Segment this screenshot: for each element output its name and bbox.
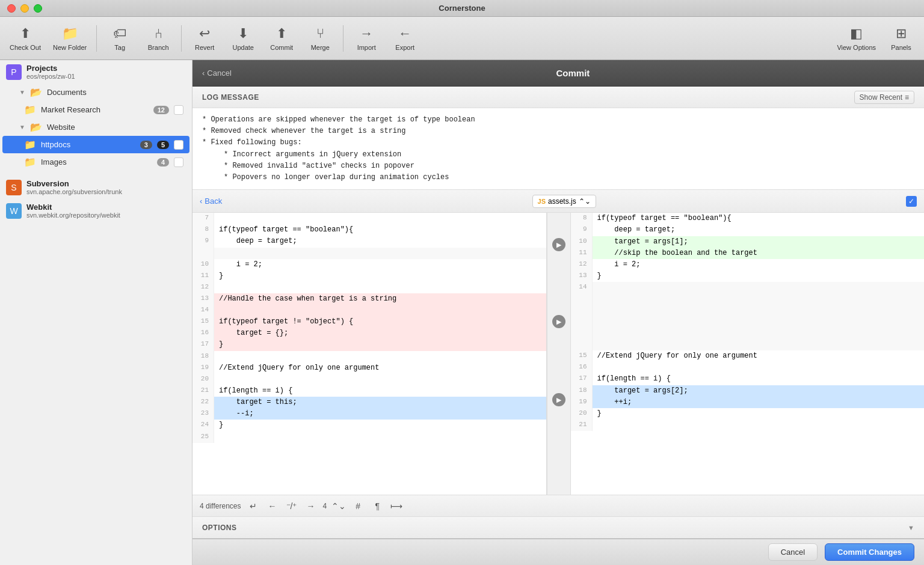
toolbar-sep-1 bbox=[96, 25, 97, 52]
log-line-1: * Operations are skipped whenever the ta… bbox=[202, 114, 914, 126]
cancel-button[interactable]: Cancel bbox=[768, 543, 818, 561]
show-recent-button[interactable]: Show Recent ≡ bbox=[854, 91, 914, 104]
checkout-icon: ⬆ bbox=[20, 26, 31, 41]
diff-line: 12 i = 2; bbox=[571, 259, 925, 270]
revert-button[interactable]: ↩ Revert bbox=[186, 20, 223, 56]
back-chevron-icon: ‹ bbox=[200, 197, 202, 206]
commit-button[interactable]: ⬆ Commit bbox=[263, 20, 300, 56]
panels-button[interactable]: ⊞ Panels bbox=[883, 20, 919, 56]
branch-icon: ⑃ bbox=[155, 26, 162, 41]
branch-button[interactable]: ⑃ Branch bbox=[140, 20, 176, 56]
hash-btn[interactable]: # bbox=[351, 499, 365, 513]
log-message-content[interactable]: * Operations are skipped whenever the ta… bbox=[192, 108, 924, 189]
panels-icon: ⊞ bbox=[896, 26, 907, 41]
diff-line bbox=[571, 328, 925, 339]
expand-icon: ▼ bbox=[19, 124, 25, 130]
folder-icon: 📂 bbox=[30, 121, 42, 133]
sidebar-group-projects[interactable]: P Projects eos/repos/zw-01 bbox=[0, 60, 192, 84]
diff-line: 8if(typeof target == "boolean"){ bbox=[571, 213, 925, 224]
fullscreen-button[interactable] bbox=[34, 4, 42, 13]
log-line-6: * Popovers no longer overlap during anim… bbox=[202, 172, 914, 183]
diff-line: 9 deep = target; bbox=[192, 236, 546, 247]
projects-title: Projects bbox=[26, 64, 186, 73]
new-folder-button[interactable]: 📁 New Folder bbox=[48, 20, 91, 56]
market-research-checkbox[interactable] bbox=[174, 105, 183, 115]
diff-arrow-3[interactable]: ▶ bbox=[552, 393, 565, 406]
wrap-btn[interactable]: ↵ bbox=[246, 499, 260, 513]
import-label: Import bbox=[357, 44, 376, 51]
images-badge: 4 bbox=[157, 158, 169, 166]
sidebar-item-website[interactable]: ▼ 📂 Website bbox=[2, 118, 189, 136]
page-up-btn[interactable]: ⌃⌄ bbox=[331, 499, 346, 513]
diff-line: 19 ++i; bbox=[571, 397, 925, 408]
diff-line: 10 i = 2; bbox=[192, 259, 546, 270]
images-checkbox[interactable] bbox=[174, 157, 183, 167]
split-btn[interactable]: ⁻/⁺ bbox=[285, 499, 299, 513]
log-message-section: LOG MESSAGE Show Recent ≡ * Operations a… bbox=[192, 87, 924, 190]
back-button[interactable]: ‹ Back bbox=[200, 197, 222, 206]
file-selector[interactable]: JS assets.js ⌃⌄ bbox=[532, 195, 596, 208]
subversion-icon: S bbox=[6, 180, 22, 195]
checkout-button[interactable]: ⬆ Check Out bbox=[5, 20, 46, 56]
options-header[interactable]: OPTIONS ▼ bbox=[192, 517, 924, 539]
content-panel: ‹ Cancel Commit LOG MESSAGE Show Recent … bbox=[192, 60, 924, 565]
revert-label: Revert bbox=[195, 44, 214, 51]
market-research-badge: 12 bbox=[153, 106, 169, 114]
subversion-title: Subversion bbox=[26, 179, 186, 188]
panels-label: Panels bbox=[891, 44, 911, 51]
cancel-nav-button[interactable]: ‹ Cancel bbox=[202, 69, 232, 78]
diff-arrow-2[interactable]: ▶ bbox=[552, 315, 565, 328]
commit-changes-button[interactable]: Commit Changes bbox=[825, 543, 914, 561]
export-button[interactable]: ← Export bbox=[387, 20, 423, 56]
diff-line: 18 bbox=[192, 351, 546, 362]
diff-num: 4 bbox=[323, 502, 327, 510]
view-options-button[interactable]: ◧ View Options bbox=[832, 20, 881, 56]
diff-arrow-1[interactable]: ▶ bbox=[552, 238, 565, 251]
images-label: Images bbox=[41, 157, 152, 166]
tag-button[interactable]: 🏷 Tag bbox=[102, 20, 138, 56]
back-chevron-icon: ‹ bbox=[202, 69, 205, 78]
import-button[interactable]: → Import bbox=[348, 20, 384, 56]
paragraph-btn[interactable]: ¶ bbox=[370, 499, 384, 513]
diff-line: 11 //skip the boolean and the target bbox=[571, 248, 925, 259]
next-diff-btn[interactable]: → bbox=[304, 499, 318, 513]
folder-icon: 📂 bbox=[30, 87, 42, 98]
commit-header: ‹ Cancel Commit bbox=[192, 60, 924, 87]
new-folder-label: New Folder bbox=[53, 44, 87, 51]
diff-line: 17} bbox=[192, 339, 546, 350]
close-button[interactable] bbox=[7, 4, 16, 13]
diff-line: 10 target = args[1]; bbox=[571, 236, 925, 248]
sidebar-group-subversion[interactable]: S Subversion svn.apache.org/subversion/t… bbox=[0, 176, 192, 199]
diff-line: 16 target = {}; bbox=[192, 328, 546, 339]
diff-line: 7 bbox=[192, 213, 546, 224]
cancel-nav-label: Cancel bbox=[207, 69, 231, 78]
diff-include-checkbox[interactable]: ✓ bbox=[906, 196, 917, 207]
merge-icon: ⑂ bbox=[316, 26, 324, 41]
wrap2-btn[interactable]: ⟼ bbox=[389, 499, 404, 513]
sidebar-group-webkit[interactable]: W Webkit svn.webkit.org/repository/webki… bbox=[0, 199, 192, 222]
prev-diff-btn[interactable]: ← bbox=[265, 499, 280, 513]
diff-toolbar: 4 differences ↵ ← ⁻/⁺ → 4 ⌃⌄ # ¶ ⟼ bbox=[192, 495, 924, 516]
commit-icon: ⬆ bbox=[276, 26, 287, 41]
app-title: Cornerstone bbox=[439, 4, 485, 13]
main-layout: P Projects eos/repos/zw-01 ▼ 📂 Documents… bbox=[0, 60, 924, 565]
sidebar-item-market-research[interactable]: 📁 Market Research 12 bbox=[2, 101, 189, 118]
httpdocs-checkbox[interactable] bbox=[174, 140, 183, 150]
diff-line bbox=[571, 293, 925, 305]
file-name: assets.js bbox=[548, 197, 576, 206]
options-chevron-icon: ▼ bbox=[908, 524, 914, 531]
sidebar-item-documents[interactable]: ▼ 📂 Documents bbox=[2, 84, 189, 101]
update-button[interactable]: ⬇ Update bbox=[225, 20, 261, 56]
diff-line: 15//Extend jQuery for only one argument bbox=[571, 350, 925, 362]
file-selector-chevron-icon: ⌃⌄ bbox=[579, 197, 591, 206]
merge-button[interactable]: ⑂ Merge bbox=[302, 20, 338, 56]
traffic-lights[interactable] bbox=[7, 4, 42, 13]
projects-icon: P bbox=[6, 64, 22, 80]
diff-line: 13} bbox=[571, 270, 925, 282]
diff-divider: ▶ ▶ ▶ bbox=[547, 213, 571, 495]
sidebar-item-httpdocs[interactable]: 📁 httpdocs 3 5 bbox=[2, 136, 189, 153]
minimize-button[interactable] bbox=[20, 4, 29, 13]
log-line-4: * Incorrect arguments in jQuery extensio… bbox=[202, 149, 914, 160]
import-icon: → bbox=[360, 26, 373, 41]
sidebar-item-images[interactable]: 📁 Images 4 bbox=[2, 153, 189, 171]
